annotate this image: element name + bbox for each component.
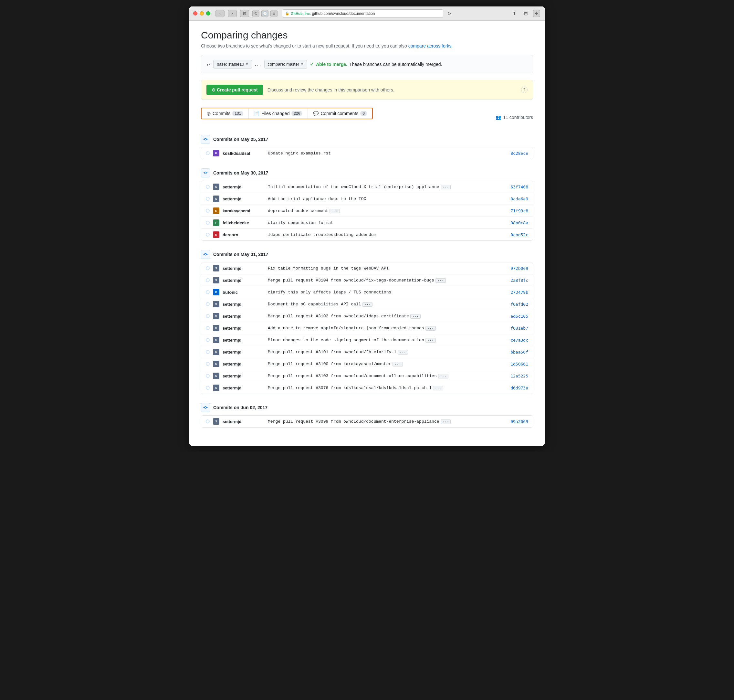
share-icon-button[interactable]: ⬆ bbox=[510, 10, 519, 17]
tab-files-changed[interactable]: 📄 Files changed 226 bbox=[249, 108, 308, 119]
commit-ellipsis[interactable]: ··· bbox=[426, 326, 436, 331]
close-button[interactable] bbox=[193, 11, 197, 16]
commit-ellipsis[interactable]: ··· bbox=[440, 419, 451, 424]
compare-branch-label: compare: master bbox=[268, 62, 299, 66]
commit-hash[interactable]: 12a5225 bbox=[509, 374, 528, 378]
commit-hash[interactable]: 273479b bbox=[509, 290, 528, 295]
commits-icon: ◎ bbox=[207, 111, 211, 116]
commit-ellipsis[interactable]: ··· bbox=[398, 350, 408, 354]
tab-commits[interactable]: ◎ Commits 131 bbox=[202, 108, 249, 119]
commit-hash[interactable]: f681eb7 bbox=[509, 326, 528, 331]
commit-author[interactable]: settermjd bbox=[223, 266, 264, 271]
commit-hash[interactable]: ce7a3dc bbox=[509, 338, 528, 343]
commit-author[interactable]: settermjd bbox=[223, 278, 264, 283]
commit-ellipsis[interactable]: ··· bbox=[438, 374, 448, 378]
commit-hash[interactable]: 1d50661 bbox=[509, 362, 528, 366]
commit-hash[interactable]: 972b0e9 bbox=[509, 266, 528, 271]
new-tab-button[interactable]: ⊞ bbox=[521, 10, 530, 17]
group-date: Commits on Jun 02, 2017 bbox=[213, 405, 267, 410]
commit-ellipsis[interactable]: ··· bbox=[426, 338, 436, 343]
commit-ellipsis[interactable]: ··· bbox=[363, 302, 373, 307]
commit-message: Fix table formatting bugs in the tags We… bbox=[268, 266, 506, 271]
commit-author[interactable]: butonic bbox=[223, 290, 264, 295]
commit-author[interactable]: felixheidecke bbox=[223, 221, 264, 225]
commit-ellipsis[interactable]: ··· bbox=[433, 386, 443, 390]
commit-author[interactable]: settermjd bbox=[223, 374, 264, 378]
commit-hash[interactable]: 8c28ece bbox=[509, 151, 528, 156]
group-header: Commits on May 25, 2017 bbox=[201, 135, 533, 144]
base-chevron-icon: ▼ bbox=[245, 62, 249, 66]
commit-hash[interactable]: 09a2069 bbox=[509, 419, 528, 424]
history-button[interactable]: 🕐 bbox=[261, 10, 269, 17]
tab-commit-comments[interactable]: 💬 Commit comments 0 bbox=[308, 108, 372, 119]
create-pull-request-button[interactable]: ⊙ Create pull request bbox=[207, 85, 263, 95]
commit-ellipsis[interactable]: ··· bbox=[392, 362, 403, 366]
commit-author[interactable]: settermjd bbox=[223, 302, 264, 307]
commit-dot bbox=[206, 290, 210, 294]
commit-row: K karakayasemi deprecated ocdev comment·… bbox=[201, 205, 533, 217]
github-inc-label: GitHub, Inc. bbox=[291, 12, 311, 16]
avatar: K bbox=[213, 207, 219, 214]
commit-hash[interactable]: 63f7408 bbox=[509, 185, 528, 190]
avatar: S bbox=[213, 385, 219, 391]
commit-author[interactable]: settermjd bbox=[223, 185, 264, 190]
commit-author[interactable]: settermjd bbox=[223, 314, 264, 319]
commit-row: K kdslkdsaldsal Update nginx_examples.rs… bbox=[201, 147, 533, 159]
avatar: S bbox=[213, 349, 219, 355]
commit-author[interactable]: settermjd bbox=[223, 419, 264, 424]
group-header: Commits on May 31, 2017 bbox=[201, 250, 533, 259]
commit-author[interactable]: settermjd bbox=[223, 338, 264, 343]
commit-message: deprecated ocdev comment··· bbox=[268, 209, 506, 213]
share-button[interactable]: ⊙ bbox=[252, 10, 260, 17]
tab-comments-label: Commit comments bbox=[320, 111, 358, 116]
commits-list: S settermjd Initial documentation of the… bbox=[201, 181, 533, 241]
commit-hash[interactable]: 8cda6a9 bbox=[509, 197, 528, 201]
commit-hash[interactable]: 0cbd52c bbox=[509, 232, 528, 237]
help-icon[interactable]: ? bbox=[521, 87, 527, 93]
commit-hash[interactable]: 98b0c8a bbox=[509, 221, 528, 225]
commit-hash[interactable]: 71f99c8 bbox=[509, 209, 528, 213]
commit-author[interactable]: karakayasemi bbox=[223, 209, 264, 213]
page-title: Comparing changes bbox=[201, 30, 533, 41]
commit-author[interactable]: settermjd bbox=[223, 362, 264, 366]
commit-author[interactable]: dercorn bbox=[223, 232, 264, 237]
back-button[interactable]: ‹ bbox=[216, 10, 225, 17]
compare-forks-link[interactable]: compare across forks. bbox=[408, 43, 453, 49]
commit-group: Commits on May 25, 2017 K kdslkdsaldsal … bbox=[201, 135, 533, 159]
commit-hash[interactable]: 2a8f8fc bbox=[509, 278, 528, 283]
commit-hash[interactable]: f6afd02 bbox=[509, 302, 528, 307]
commit-author[interactable]: settermjd bbox=[223, 350, 264, 354]
commit-author[interactable]: settermjd bbox=[223, 385, 264, 390]
create-pr-description: Discuss and review the changes in this c… bbox=[267, 87, 517, 93]
commit-message: Merge pull request #3099 from owncloud/d… bbox=[268, 419, 506, 424]
compare-branch-select[interactable]: compare: master ▼ bbox=[264, 60, 307, 69]
commit-hash[interactable]: d6d973a bbox=[509, 385, 528, 390]
add-tab-button[interactable]: + bbox=[533, 10, 540, 17]
commit-author[interactable]: settermjd bbox=[223, 197, 264, 201]
compare-bar: ⇄ base: stable10 ▼ ... compare: master ▼… bbox=[201, 55, 533, 74]
forward-button[interactable]: › bbox=[228, 10, 237, 17]
address-bar[interactable]: 🔒 GitHub, Inc. github.com/owncloud/docum… bbox=[282, 9, 443, 18]
commit-message: Merge pull request #3101 from owncloud/f… bbox=[268, 350, 506, 354]
commit-ellipsis[interactable]: ··· bbox=[410, 314, 421, 319]
commit-message: Merge pull request #3102 from owncloud/l… bbox=[268, 314, 506, 319]
maximize-button[interactable] bbox=[206, 11, 210, 16]
commit-group: Commits on May 31, 2017 S settermjd Fix … bbox=[201, 250, 533, 394]
commits-list: S settermjd Fix table formatting bugs in… bbox=[201, 262, 533, 394]
merge-status: ✓ Able to merge. These branches can be a… bbox=[310, 61, 442, 67]
reload-button[interactable]: ↻ bbox=[446, 10, 453, 17]
commit-hash[interactable]: bbaa56f bbox=[509, 350, 528, 354]
commit-message: ldaps certificate troublesshooting adden… bbox=[268, 232, 506, 237]
commit-ellipsis[interactable]: ··· bbox=[440, 185, 451, 190]
commit-ellipsis[interactable]: ··· bbox=[330, 209, 340, 213]
contributors-label: 11 contributors bbox=[503, 115, 533, 120]
merge-text: These branches can be automatically merg… bbox=[349, 62, 442, 67]
commit-ellipsis[interactable]: ··· bbox=[436, 278, 446, 283]
commit-author[interactable]: settermjd bbox=[223, 326, 264, 331]
commit-hash[interactable]: ed6c105 bbox=[509, 314, 528, 319]
reader-button[interactable]: ≡ bbox=[270, 10, 277, 17]
commit-author[interactable]: kdslkdsaldsal bbox=[223, 151, 264, 156]
minimize-button[interactable] bbox=[200, 11, 204, 16]
base-branch-select[interactable]: base: stable10 ▼ bbox=[213, 60, 252, 69]
reader-view-button[interactable]: ⊡ bbox=[240, 10, 249, 17]
